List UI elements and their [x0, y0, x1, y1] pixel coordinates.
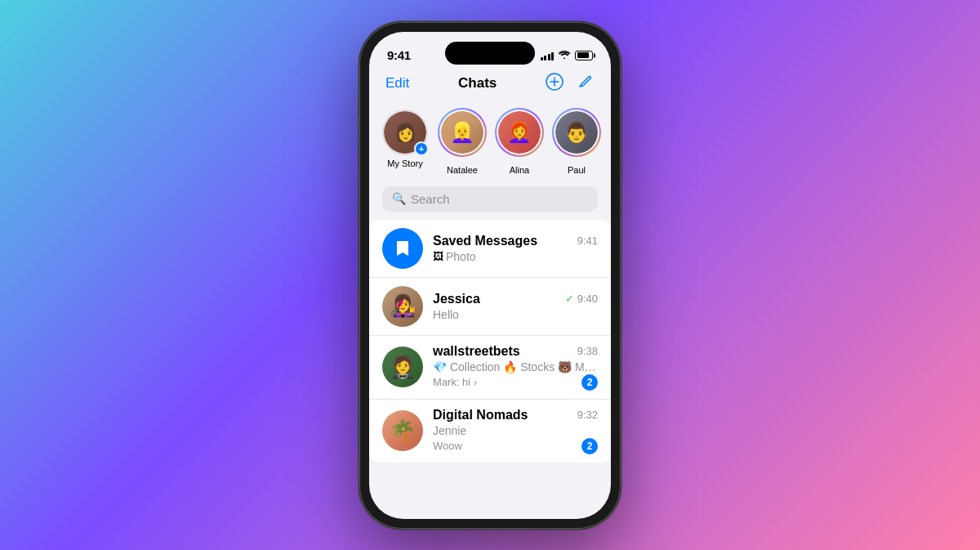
story-paul-label: Paul [568, 165, 586, 175]
nomads-avatar: 🌴 [382, 410, 423, 451]
jessica-name: Jessica [433, 292, 480, 306]
saved-messages-time: 9:41 [577, 235, 598, 247]
wsb-preview: 💎 Collection 🔥 Stocks 🐻 Memes... [433, 360, 598, 373]
edit-button[interactable]: Edit [385, 75, 409, 92]
story-natalee-label: Natalee [447, 165, 478, 175]
search-placeholder: Search [411, 192, 450, 206]
wsb-time: 9:38 [577, 345, 598, 357]
jessica-preview: Hello [433, 308, 459, 321]
status-icons [541, 49, 594, 61]
page-title: Chats [458, 75, 497, 92]
nomads-unread-badge: 2 [581, 438, 598, 454]
saved-messages-name: Saved Messages [433, 234, 537, 248]
status-time: 9:41 [387, 48, 411, 62]
nomads-preview: Jennie [433, 424, 466, 437]
nomads-content: Digital Nomads 9:32 Jennie Woow 2 [433, 408, 598, 454]
chat-item-jessica[interactable]: 👩‍🎤 Jessica ✓ 9:40 Hello [369, 278, 611, 336]
search-icon: 🔍 [392, 192, 406, 205]
wsb-avatar: 🤵 [382, 347, 423, 387]
checkmark-icon: ✓ [565, 293, 574, 305]
story-my-story-label: My Story [387, 159, 422, 168]
wsb-name: wallstreetbets [433, 344, 520, 359]
story-item-alina[interactable]: 👩‍🦰 Alina [497, 110, 542, 175]
saved-messages-avatar [382, 228, 423, 269]
compose-icon[interactable] [577, 73, 595, 95]
battery-icon [575, 51, 593, 60]
nomads-time: 9:32 [577, 409, 598, 421]
wsb-subtext: Mark: hi › [433, 376, 477, 388]
nomads-name: Digital Nomads [433, 408, 528, 423]
nav-bar: Edit Chats [369, 73, 611, 103]
story-add-badge: + [414, 141, 429, 156]
nav-actions [546, 73, 595, 95]
chat-item-wallstreetbets[interactable]: 🤵 wallstreetbets 9:38 💎 Collection 🔥 Sto… [369, 336, 611, 400]
signal-bars-icon [541, 51, 555, 60]
chat-list: Saved Messages 9:41 🖼 Photo 👩‍🎤 Jessi [369, 220, 611, 463]
search-bar[interactable]: 🔍 Search [382, 186, 598, 212]
story-alina-label: Alina [510, 165, 529, 175]
saved-messages-preview: Photo [446, 250, 476, 263]
stories-row: 👩 + My Story 👱‍♀️ [369, 103, 611, 186]
story-item-paul[interactable]: 👨 Paul [554, 110, 599, 175]
chat-item-digital-nomads[interactable]: 🌴 Digital Nomads 9:32 Jennie Woow 2 [369, 400, 611, 463]
chat-item-saved-messages[interactable]: Saved Messages 9:41 🖼 Photo [369, 220, 611, 278]
story-item-natalee[interactable]: 👱‍♀️ Natalee [439, 110, 485, 175]
new-group-icon[interactable] [546, 73, 564, 95]
saved-messages-content: Saved Messages 9:41 🖼 Photo [433, 234, 598, 263]
wsb-unread-badge: 2 [581, 374, 598, 391]
wsb-content: wallstreetbets 9:38 💎 Collection 🔥 Stock… [433, 344, 598, 391]
jessica-content: Jessica ✓ 9:40 Hello [433, 292, 598, 321]
wifi-icon [558, 49, 571, 61]
jessica-time: 9:40 [577, 293, 598, 305]
jessica-avatar: 👩‍🎤 [382, 286, 423, 327]
story-item-my-story[interactable]: 👩 + My Story [382, 110, 428, 175]
dynamic-island [445, 42, 535, 65]
phone-screen: 9:41 [369, 32, 611, 519]
nomads-subtext: Woow [433, 440, 462, 452]
phone-mockup: 9:41 [359, 22, 621, 529]
